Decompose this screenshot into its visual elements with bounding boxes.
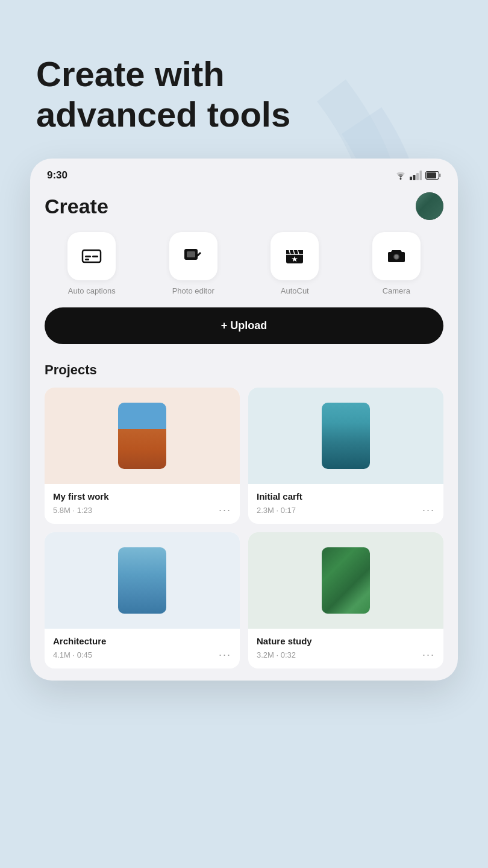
autocut-icon bbox=[284, 246, 305, 266]
svg-rect-12 bbox=[85, 259, 89, 260]
thumb-image-1 bbox=[118, 403, 166, 469]
project-meta-row-1: 5.8M · 1:23 ··· bbox=[53, 504, 231, 517]
projects-section: Projects My first work 5.8M · 1:23 ··· bbox=[30, 362, 458, 668]
photo-editor-label: Photo editor bbox=[172, 286, 214, 295]
project-card-4[interactable]: Nature study 3.2M · 0:32 ··· bbox=[248, 532, 443, 668]
svg-point-1 bbox=[400, 178, 402, 180]
project-meta-2: 2.3M · 0:17 bbox=[257, 506, 296, 515]
tool-photo-editor[interactable]: Photo editor bbox=[146, 232, 241, 295]
status-time: 9:30 bbox=[47, 169, 67, 181]
tools-section: Auto captions Photo editor bbox=[30, 232, 458, 344]
project-meta-row-4: 3.2M · 0:32 ··· bbox=[257, 649, 435, 661]
autocut-icon-box bbox=[271, 232, 319, 280]
project-name-4: Nature study bbox=[257, 636, 435, 646]
svg-rect-5 bbox=[420, 171, 422, 180]
photo-editor-icon-box bbox=[169, 232, 217, 280]
project-info-3: Architecture 4.1M · 0:45 ··· bbox=[45, 629, 240, 668]
auto-captions-label: Auto captions bbox=[68, 286, 116, 295]
avatar[interactable] bbox=[416, 192, 443, 220]
svg-rect-4 bbox=[416, 173, 419, 180]
autocut-label: AutoCut bbox=[281, 286, 309, 295]
project-more-1[interactable]: ··· bbox=[219, 504, 231, 517]
svg-rect-11 bbox=[92, 256, 98, 257]
upload-button[interactable]: + Upload bbox=[45, 307, 443, 344]
page-main-title: Create with advanced tools bbox=[36, 54, 452, 134]
project-name-2: Initial carft bbox=[257, 491, 435, 502]
project-meta-1: 5.8M · 1:23 bbox=[53, 506, 92, 515]
project-meta-row-2: 2.3M · 0:17 ··· bbox=[257, 504, 435, 517]
projects-title: Projects bbox=[45, 362, 443, 378]
thumb-image-4 bbox=[322, 547, 370, 614]
tool-autocut[interactable]: AutoCut bbox=[248, 232, 342, 295]
svg-rect-10 bbox=[85, 256, 91, 257]
project-more-4[interactable]: ··· bbox=[422, 649, 435, 661]
phone-card: 9:30 Create bbox=[30, 159, 458, 681]
project-thumbnail-3 bbox=[45, 532, 240, 629]
project-info-4: Nature study 3.2M · 0:32 ··· bbox=[248, 629, 443, 668]
battery-icon bbox=[425, 171, 441, 180]
project-thumbnail-1 bbox=[45, 388, 240, 484]
project-info-2: Initial carft 2.3M · 0:17 ··· bbox=[248, 484, 443, 524]
avatar-image bbox=[416, 192, 443, 220]
project-meta-row-3: 4.1M · 0:45 ··· bbox=[53, 649, 231, 661]
camera-label: Camera bbox=[383, 286, 410, 295]
projects-grid: My first work 5.8M · 1:23 ··· Initial ca… bbox=[45, 388, 443, 668]
camera-icon-box bbox=[372, 232, 421, 280]
project-card-1[interactable]: My first work 5.8M · 1:23 ··· bbox=[45, 388, 240, 524]
project-card-3[interactable]: Architecture 4.1M · 0:45 ··· bbox=[45, 532, 240, 668]
auto-captions-icon-box bbox=[67, 232, 116, 280]
header-section: Create with advanced tools bbox=[0, 0, 488, 159]
svg-rect-2 bbox=[410, 177, 412, 180]
project-meta-4: 3.2M · 0:32 bbox=[257, 650, 296, 659]
tool-camera[interactable]: Camera bbox=[349, 232, 444, 295]
project-name-1: My first work bbox=[53, 491, 231, 502]
upload-button-label: + Upload bbox=[221, 319, 267, 332]
svg-rect-7 bbox=[427, 172, 436, 178]
tools-grid: Auto captions Photo editor bbox=[45, 232, 443, 295]
tool-auto-captions[interactable]: Auto captions bbox=[45, 232, 139, 295]
status-icons bbox=[395, 171, 441, 180]
project-thumbnail-4 bbox=[248, 532, 443, 629]
app-header: Create bbox=[30, 187, 458, 232]
thumb-image-3 bbox=[118, 547, 166, 614]
camera-icon bbox=[386, 246, 407, 266]
project-name-3: Architecture bbox=[53, 636, 231, 646]
signal-icon bbox=[410, 171, 422, 180]
project-more-2[interactable]: ··· bbox=[422, 504, 435, 517]
captions-icon bbox=[81, 246, 102, 266]
project-thumbnail-2 bbox=[248, 388, 443, 484]
photo-edit-icon bbox=[183, 246, 204, 266]
svg-point-22 bbox=[394, 255, 398, 259]
svg-rect-8 bbox=[439, 174, 441, 177]
svg-rect-14 bbox=[187, 251, 195, 257]
create-title: Create bbox=[45, 195, 108, 218]
project-card-2[interactable]: Initial carft 2.3M · 0:17 ··· bbox=[248, 388, 443, 524]
status-bar: 9:30 bbox=[30, 159, 458, 187]
thumb-image-2 bbox=[322, 403, 370, 469]
project-more-3[interactable]: ··· bbox=[219, 649, 231, 661]
project-info-1: My first work 5.8M · 1:23 ··· bbox=[45, 484, 240, 524]
wifi-icon bbox=[395, 171, 406, 180]
svg-rect-3 bbox=[413, 175, 416, 180]
project-meta-3: 4.1M · 0:45 bbox=[53, 650, 92, 659]
